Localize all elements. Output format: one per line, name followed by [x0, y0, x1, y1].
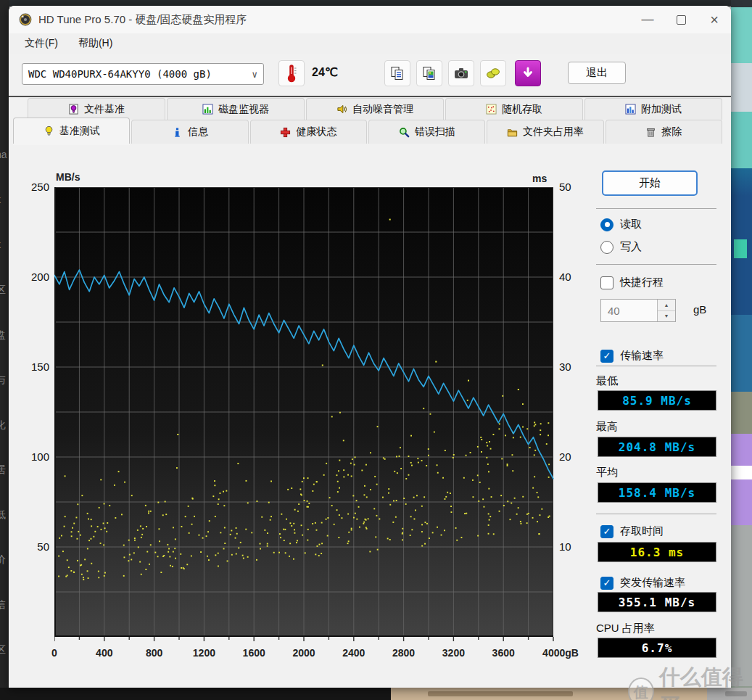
background-text-fragment: na: [0, 149, 7, 160]
x-axis-tick: 2400: [329, 647, 379, 659]
tab-health[interactable]: 健康状态: [250, 120, 367, 144]
maximize-icon: [677, 15, 686, 25]
tab-extra-tests[interactable]: 附加测试: [584, 98, 722, 120]
x-axis-tick: 4000gB: [530, 647, 591, 659]
tab-random-access[interactable]: 随机存取: [445, 98, 583, 120]
background-text-fragment: 低: [0, 508, 6, 522]
right-axis-tick: 40: [559, 271, 590, 283]
left-axis-unit: MB/s: [56, 171, 80, 183]
chevron-down-icon: ∨: [252, 69, 257, 80]
background-text-fragment: 居: [0, 464, 6, 477]
temperature-button[interactable]: [278, 60, 305, 86]
extra-tests-icon: [625, 104, 636, 115]
avg-label: 平均: [596, 466, 618, 479]
left-axis-tick: 150: [19, 361, 49, 373]
start-button[interactable]: 开始: [602, 170, 698, 196]
tab-label: 自动噪音管理: [352, 103, 413, 116]
benchmark-icon: [44, 125, 54, 136]
spinner-up-button[interactable]: ▲: [658, 300, 675, 311]
write-radio-row[interactable]: 写入: [600, 240, 642, 254]
copy-text-button[interactable]: [384, 60, 410, 86]
screenshot-button[interactable]: [448, 60, 474, 86]
max-label: 最高: [596, 420, 618, 434]
short-stroke-unit: gB: [693, 303, 706, 316]
minimize-button[interactable]: —: [631, 6, 664, 33]
spinner-down-button[interactable]: ▼: [658, 311, 675, 322]
max-value-display: 204.8 MB/s: [598, 437, 716, 457]
toolbar-separator: [9, 96, 731, 97]
tab-file-benchmark[interactable]: 文件基准: [28, 98, 165, 120]
burst-rate-checkbox[interactable]: ✓: [600, 577, 613, 590]
options-button[interactable]: [480, 60, 506, 86]
write-radio[interactable]: [600, 241, 613, 254]
menu-file[interactable]: 文件(F): [25, 37, 58, 50]
background-text-fragment: 区: [0, 284, 6, 297]
access-time-row[interactable]: ✓ 存取时间: [600, 524, 664, 538]
tab-label: 基准测试: [59, 125, 100, 138]
read-radio[interactable]: [600, 218, 613, 231]
access-time-display: 16.3 ms: [598, 542, 716, 562]
tab-disk-monitor[interactable]: 磁盘监视器: [167, 98, 305, 120]
short-stroke-label: 快捷行程: [620, 276, 664, 289]
read-radio-row[interactable]: 读取: [600, 218, 642, 231]
left-axis-tick: 200: [19, 271, 49, 283]
temperature-value: 24℃: [312, 65, 338, 79]
tab-label: 随机存取: [502, 103, 542, 116]
background-text-fragment: 区: [0, 643, 6, 656]
panel-separator: [596, 366, 716, 366]
copy-image-button[interactable]: [416, 60, 442, 86]
background-teal-square: [734, 239, 747, 258]
short-stroke-checkbox[interactable]: [600, 276, 613, 289]
x-axis-tick: 400: [79, 647, 130, 659]
app-disk-icon: [19, 13, 32, 26]
access-time-checkbox[interactable]: ✓: [600, 525, 613, 538]
cpu-usage-display: 6.7%: [598, 638, 716, 658]
tab-row-2: 基准测试信息健康状态错误扫描文件夹占用率擦除: [13, 120, 724, 144]
thermometer-icon: [284, 63, 299, 83]
transfer-rate-checkbox[interactable]: ✓: [600, 350, 613, 363]
benchmark-chart: [54, 187, 555, 643]
tab-label: 信息: [188, 125, 208, 139]
health-icon: [280, 127, 291, 138]
tab-label: 附加测试: [641, 103, 682, 116]
tab-benchmark[interactable]: 基准测试: [13, 118, 130, 144]
menu-help[interactable]: 帮助(H): [78, 37, 112, 50]
panel-separator: [596, 264, 716, 265]
short-stroke-row[interactable]: 快捷行程: [600, 276, 664, 289]
folder-usage-icon: [507, 127, 518, 138]
tab-erase[interactable]: 擦除: [606, 120, 722, 144]
write-label: 写入: [620, 240, 642, 254]
panel-separator: [596, 208, 716, 209]
min-label: 最低: [596, 374, 618, 388]
transfer-rate-row[interactable]: ✓ 传输速率: [600, 349, 664, 363]
background-text-fragment: 价: [0, 553, 6, 567]
tab-label: 擦除: [661, 125, 682, 139]
titlebar: HD Tune Pro 5.70 - 硬盘/固态硬盘实用程序 — ×: [9, 6, 731, 33]
close-button[interactable]: ×: [698, 6, 731, 33]
background-text-fragment: 与: [0, 374, 6, 387]
tab-folder-usage[interactable]: 文件夹占用率: [487, 120, 603, 144]
random-access-icon: [486, 104, 497, 115]
drive-select[interactable]: WDC WD40PURX-64AKYY0 (4000 gB) ∨: [22, 63, 264, 85]
smzdm-watermark: 值 什么值得买: [628, 663, 752, 700]
toolbar: WDC WD40PURX-64AKYY0 (4000 gB) ∨ 24℃ 退出: [9, 54, 731, 96]
error-scan-icon: [399, 127, 410, 138]
tab-label: 文件夹占用率: [523, 125, 584, 139]
burst-rate-display: 355.1 MB/s: [598, 592, 716, 612]
background-text-fragment: k: [0, 239, 1, 250]
x-axis-tick: 1600: [228, 647, 279, 659]
maximize-button[interactable]: [664, 6, 698, 33]
short-stroke-value: 40: [601, 300, 657, 321]
tab-info[interactable]: 信息: [131, 120, 248, 144]
right-axis-unit: ms: [532, 173, 547, 184]
tab-error-scan[interactable]: 错误扫描: [368, 120, 485, 144]
exit-button[interactable]: 退出: [568, 62, 626, 84]
burst-rate-row[interactable]: ✓ 突发传输速率: [600, 576, 685, 590]
transfer-rate-label: 传输速率: [620, 349, 664, 363]
right-axis-tick: 50: [559, 181, 590, 193]
download-button[interactable]: [515, 60, 541, 86]
short-stroke-spinner[interactable]: 40 ▲ ▼: [600, 299, 676, 322]
smzdm-watermark-text: 什么值得买: [659, 663, 752, 700]
tab-aam[interactable]: 自动噪音管理: [306, 98, 444, 120]
x-axis-tick: 3200: [428, 647, 479, 659]
